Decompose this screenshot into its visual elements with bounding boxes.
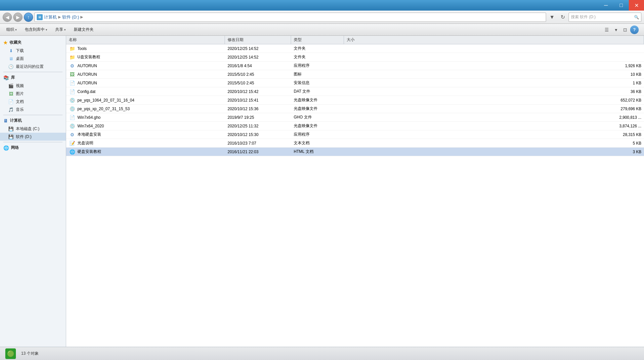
table-row[interactable]: ⚙ AUTORUN 2016/1/8 4:54 应用程序 1,926 KB	[66, 62, 644, 70]
help-button[interactable]: ?	[630, 25, 639, 34]
download-icon: ⬇	[8, 48, 14, 54]
table-row[interactable]: 🖼 AUTORUN 2015/5/10 2:45 图标 10 KB	[66, 70, 644, 79]
sidebar-item-music[interactable]: 🎵 音乐	[0, 106, 66, 113]
include-library-button[interactable]: 包含到库中 ▾	[21, 25, 51, 35]
view-list-button[interactable]: ☰	[602, 25, 611, 34]
table-row[interactable]: 💿 Win7x64_2020 2020/12/25 11:32 光盘映像文件 3…	[66, 122, 644, 130]
table-row[interactable]: 💿 pe_yqs_xp_20_07_31_15_53 2020/10/12 15…	[66, 105, 644, 113]
table-row[interactable]: ⚙ 本地硬盘安装 2020/10/12 15:30 应用程序 28,315 KB	[66, 130, 644, 139]
preview-pane-button[interactable]: ⊡	[621, 25, 629, 34]
sidebar-item-video[interactable]: 🎬 视频	[0, 82, 66, 90]
close-button[interactable]: ✕	[629, 0, 644, 11]
minimize-button[interactable]: ─	[598, 0, 614, 11]
dropdown-button[interactable]: ▼	[547, 13, 557, 22]
video-label: 视频	[16, 83, 24, 89]
library-label: 库	[11, 75, 15, 80]
sidebar-item-drive-d[interactable]: 💾 软件 (D:)	[0, 133, 66, 141]
favorites-section: ★ 收藏夹 ⬇ 下载 🖥 桌面 🕒 最近访问的位置	[0, 38, 66, 70]
favorites-label: 收藏夹	[10, 40, 21, 45]
file-icon: 💿	[69, 123, 75, 129]
sidebar-item-drive-c[interactable]: 💾 本地磁盘 (C:)	[0, 125, 66, 133]
view-dropdown-button[interactable]: ▾	[612, 25, 620, 34]
divider-2	[3, 115, 63, 115]
file-type: GHO 文件	[291, 113, 344, 122]
file-name: Win7x64_2020	[77, 124, 104, 128]
file-list: 📁 Tools 2020/12/25 14:52 文件夹 📁 U盘安装教程 20…	[66, 44, 644, 347]
network-header[interactable]: 🌐 网络	[0, 144, 66, 152]
file-size	[344, 44, 644, 53]
file-icon: 💿	[69, 97, 75, 103]
table-row[interactable]: 🌐 硬盘安装教程 2016/11/21 22:03 HTML 文档 3 KB	[66, 148, 644, 156]
file-name: AUTORUN	[77, 64, 97, 68]
file-date: 2016/1/8 4:54	[225, 62, 291, 70]
file-name: U盘安装教程	[77, 54, 100, 60]
file-date: 2020/12/25 11:32	[225, 122, 291, 130]
include-label: 包含到库中	[25, 27, 45, 32]
file-size: 3 KB	[344, 148, 644, 156]
file-date: 2020/10/12 15:30	[225, 130, 291, 139]
doc-icon: 📄	[8, 99, 14, 105]
drive-d-label: 软件 (D:)	[16, 134, 31, 140]
favorites-header[interactable]: ★ 收藏夹	[0, 38, 66, 47]
file-date: 2019/9/7 19:25	[225, 113, 291, 122]
share-label: 共享	[55, 27, 63, 32]
organize-label: 组织	[6, 27, 14, 32]
table-row[interactable]: 📁 U盘安装教程 2020/12/25 14:52 文件夹	[66, 53, 644, 62]
file-icon: 📁	[69, 54, 75, 60]
up-button[interactable]: ↑	[24, 13, 33, 22]
table-row[interactable]: 📄 AUTORUN 2015/5/10 2:45 安装信息 1 KB	[66, 79, 644, 87]
table-row[interactable]: 📄 Config.dat 2020/10/12 15:42 DAT 文件 36 …	[66, 87, 644, 96]
table-row[interactable]: 📄 Win7x64.gho 2019/9/7 19:25 GHO 文件 2,90…	[66, 113, 644, 122]
sidebar-item-desktop[interactable]: 🖥 桌面	[0, 55, 66, 63]
file-type: 光盘映像文件	[291, 122, 344, 130]
network-label: 网络	[11, 145, 19, 151]
image-label: 图片	[16, 91, 24, 97]
table-row[interactable]: 📁 Tools 2020/12/25 14:52 文件夹	[66, 44, 644, 53]
file-icon: 💿	[69, 106, 75, 112]
computer-header[interactable]: 🖥 计算机	[0, 116, 66, 125]
sidebar-item-download[interactable]: ⬇ 下载	[0, 47, 66, 55]
share-arrow: ▾	[64, 28, 66, 31]
forward-button[interactable]: ▶	[13, 13, 22, 22]
file-size: 5 KB	[344, 139, 644, 148]
col-header-date[interactable]: 修改日期	[225, 36, 291, 44]
col-header-type[interactable]: 类型	[291, 36, 344, 44]
share-button[interactable]: 共享 ▾	[52, 25, 69, 35]
file-name-cell: 💿 pe_yqs_1064_20_07_31_16_04	[66, 96, 225, 105]
file-name-cell: 📄 Config.dat	[66, 87, 225, 96]
file-size: 10 KB	[344, 70, 644, 79]
file-name-cell: 📁 U盘安装教程	[66, 53, 225, 62]
sidebar-item-image[interactable]: 🖼 图片	[0, 90, 66, 98]
breadcrumb-computer[interactable]: 计算机	[44, 14, 57, 20]
refresh-button[interactable]: ↻	[558, 13, 567, 22]
breadcrumb-sep-1: ▶	[58, 15, 61, 19]
file-name-cell: 💿 pe_yqs_xp_20_07_31_15_53	[66, 105, 225, 113]
maximize-button[interactable]: □	[614, 0, 629, 11]
breadcrumb-bar[interactable]: 🖥 计算机 ▶ 软件 (D:) ▶	[34, 13, 546, 22]
recent-label: 最近访问的位置	[16, 64, 44, 69]
new-folder-button[interactable]: 新建文件夹	[70, 25, 97, 35]
col-header-name[interactable]: 名称	[66, 36, 225, 44]
file-type: 文件夹	[291, 44, 344, 53]
library-header[interactable]: 📚 库	[0, 73, 66, 82]
table-row[interactable]: 📝 光盘说明 2016/10/23 7:07 文本文档 5 KB	[66, 139, 644, 148]
sidebar-item-doc[interactable]: 📄 文档	[0, 98, 66, 106]
col-header-size[interactable]: 大小	[344, 36, 644, 44]
file-icon: ⚙	[69, 63, 75, 69]
organize-button[interactable]: 组织 ▾	[3, 25, 21, 35]
computer-header-icon: 🖥	[3, 118, 8, 123]
file-date: 2020/10/12 15:41	[225, 96, 291, 105]
sidebar-item-recent[interactable]: 🕒 最近访问的位置	[0, 63, 66, 70]
file-name: Win7x64.gho	[77, 115, 101, 120]
image-icon: 🖼	[8, 91, 14, 97]
back-button[interactable]: ◀	[3, 13, 12, 22]
computer-icon: 🖥	[37, 14, 43, 20]
file-icon: 📄	[69, 80, 75, 86]
library-section: 📚 库 🎬 视频 🖼 图片 📄 文档 🎵 音乐	[0, 73, 66, 113]
network-section: 🌐 网络	[0, 144, 66, 152]
table-row[interactable]: 💿 pe_yqs_1064_20_07_31_16_04 2020/10/12 …	[66, 96, 644, 105]
breadcrumb-drive[interactable]: 软件 (D:)	[62, 14, 79, 20]
file-name-cell: 📄 AUTORUN	[66, 79, 225, 87]
file-name: 硬盘安装教程	[77, 149, 101, 155]
search-bar[interactable]: 搜索 软件 (D:) 🔍	[569, 13, 641, 22]
